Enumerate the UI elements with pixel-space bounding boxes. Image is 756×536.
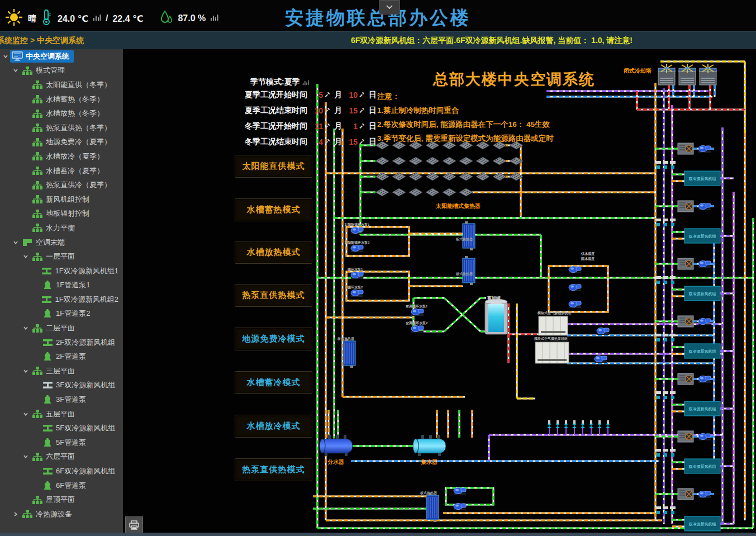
sidebar-item[interactable]: 5F双冷源新风机组 [0, 421, 123, 435]
sidebar-item[interactable]: 5F管道泵 [0, 435, 123, 450]
season-mode-label: 季节模式: [250, 77, 284, 87]
sidebar-item[interactable]: 六层平面 [0, 450, 123, 464]
month-value[interactable]: 10 [311, 106, 323, 115]
svg-text:双冷源新风机组: 双冷源新风机组 [689, 406, 716, 411]
notes-block: 注意： 1.禁止制冷制热时间重合2.每次修改时间后, 能源路由器在下一个16： … [377, 89, 554, 145]
mode-button[interactable]: 水槽蓄冷模式 [235, 371, 312, 394]
sidebar-item[interactable]: 水槽放冷（夏季） [0, 149, 123, 164]
valve-icon [564, 420, 568, 435]
mode-button[interactable]: 太阳能直供模式 [235, 155, 312, 178]
sidebar-item[interactable]: 水力平衡 [0, 221, 123, 235]
sidebar-item[interactable]: 新风机组控制 [0, 192, 123, 207]
chevron-down-icon[interactable] [1, 54, 10, 59]
sidebar-item[interactable]: 1F管道泵2 [0, 307, 123, 321]
diagram-label: 分水器 [327, 459, 344, 465]
sidebar-item[interactable]: 3F双冷源新风机组 [0, 378, 123, 393]
bottom-strip [0, 533, 756, 536]
chevron-down-icon[interactable] [21, 411, 30, 417]
header-collapse-button[interactable] [379, 0, 400, 15]
wrench-icon[interactable] [324, 137, 331, 146]
chevron-down-icon[interactable] [21, 325, 30, 331]
sidebar-item[interactable]: 6F管道泵 [0, 478, 123, 493]
sidebar-item-label: 2F管道泵 [56, 352, 86, 362]
sidebar-item[interactable]: 热泵直供冷（夏季） [0, 178, 123, 192]
diagram-label: 板式换热器 [420, 491, 438, 495]
chevron-down-icon[interactable] [11, 68, 20, 73]
sidebar-item[interactable]: 三层平面 [0, 364, 123, 378]
wrench-icon[interactable] [359, 106, 365, 115]
sidebar-item[interactable]: 冷热源设备 [0, 507, 123, 521]
mode-button[interactable]: 水槽放热模式 [235, 241, 312, 264]
sidebar-item[interactable]: 空调末端 [0, 235, 123, 250]
wrench-icon[interactable] [324, 122, 331, 131]
day-value[interactable]: 1 [345, 122, 358, 131]
day-value[interactable]: 15 [345, 137, 358, 146]
diagram-label: 板式换热器 [455, 237, 473, 241]
sidebar-item[interactable]: 地源免费冷（夏季） [0, 135, 123, 150]
wrench-icon[interactable] [324, 106, 331, 115]
pump-icon [595, 356, 607, 363]
day-value[interactable]: 15 [345, 106, 358, 115]
sidebar-item[interactable]: 五层平面 [0, 407, 123, 421]
diagram-label: 供水温度 [581, 252, 595, 256]
wrench-icon[interactable] [324, 91, 331, 99]
month-unit: 月 [331, 121, 345, 131]
sidebar-item[interactable]: 中央空调系统 [0, 49, 123, 64]
month-value[interactable]: 4 [311, 137, 323, 146]
chevron-down-icon[interactable] [21, 368, 30, 374]
day-value[interactable]: 10 [345, 91, 358, 99]
sidebar-item[interactable]: 模式管理 [0, 64, 123, 78]
sitemap-icon [32, 195, 43, 203]
season-config-row: 冬季工况开始时间11月1日 [245, 118, 380, 134]
pump-icon [569, 267, 581, 274]
mode-button[interactable]: 地源免费冷模式 [235, 328, 312, 350]
sidebar-item[interactable]: 1F管道泵1 [0, 278, 123, 293]
wrench-icon[interactable] [359, 91, 365, 99]
month-value[interactable]: 11 [311, 122, 323, 131]
print-button[interactable] [125, 516, 143, 534]
sidebar-item[interactable]: 1F双冷源新风机组2 [0, 292, 123, 307]
mode-button[interactable]: 水槽蓄热模式 [235, 198, 312, 221]
mode-button[interactable]: 热泵直供热模式 [235, 458, 312, 481]
chevron-down-icon[interactable] [11, 240, 20, 245]
sidebar-item[interactable]: 2F双冷源新风机组 [0, 335, 123, 350]
sitemap-icon [32, 324, 43, 333]
pump-icon [698, 491, 711, 499]
sidebar-item[interactable]: 水槽蓄热（冬季） [0, 92, 123, 107]
sidebar-item-label: 水力平衡 [46, 223, 75, 233]
svg-text:双冷源新风机组: 双冷源新风机组 [689, 521, 716, 526]
diagram-label: 集水器 [421, 459, 438, 465]
month-value[interactable]: 5 [311, 91, 323, 99]
diagram-label: 回水温度 [581, 257, 595, 261]
sidebar-item[interactable]: 一层平面 [0, 249, 123, 264]
sidebar-item[interactable]: 3F管道泵 [0, 392, 123, 407]
sidebar-item[interactable]: 热泵直供热（冬季） [0, 121, 123, 135]
wrench-icon[interactable] [359, 122, 365, 131]
sidebar-item[interactable]: 太阳能直供（冬季） [0, 78, 123, 92]
chevron-right-icon[interactable] [11, 511, 20, 517]
chevron-down-icon[interactable] [21, 454, 30, 459]
sitemap-icon [32, 167, 43, 175]
sitemap-icon [32, 138, 43, 146]
sidebar-item-label: 3F管道泵 [56, 395, 86, 405]
sidebar-item[interactable]: 2F管道泵 [0, 349, 123, 364]
sidebar-item[interactable]: 水槽蓄冷（夏季） [0, 164, 123, 178]
water-header [413, 435, 446, 456]
sidebar-item[interactable]: 二层平面 [0, 321, 123, 335]
note-line: 1.禁止制冷制热时间重合 [377, 103, 554, 117]
wrench-icon[interactable] [359, 137, 365, 146]
chevron-down-icon[interactable] [21, 254, 30, 259]
sidebar-item[interactable]: 水槽放热（冬季） [0, 106, 123, 121]
status-bar: 系统监控 > 中央空调系统 6F双冷源新风机组：六层平面.6F双冷源新风机组.缺… [0, 31, 756, 50]
valve-icon [589, 420, 593, 435]
season-config-row: 夏季工况结束时间10月15日 [245, 103, 380, 118]
monitor-icon [12, 51, 23, 61]
season-row-label: 夏季工况结束时间 [245, 106, 311, 116]
sidebar-item-label: 6F双冷源新风机组 [56, 466, 115, 476]
sidebar-item[interactable]: 1F双冷源新风机组1 [0, 264, 123, 278]
mode-button[interactable]: 水槽放冷模式 [235, 415, 312, 438]
mode-button[interactable]: 热泵直供热模式 [235, 284, 312, 307]
sidebar-item[interactable]: 6F双冷源新风机组 [0, 464, 123, 478]
sidebar-item[interactable]: 地板辐射控制 [0, 207, 123, 221]
sidebar-item[interactable]: 屋顶平面 [0, 492, 123, 507]
